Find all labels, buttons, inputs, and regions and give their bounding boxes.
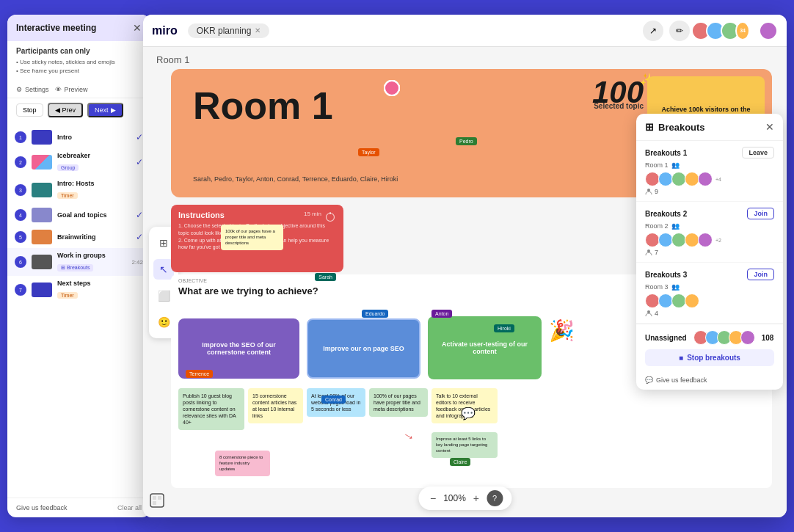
breakouts-title: ⊞ Breakouts	[645, 121, 705, 133]
cursor-claire: Claire	[450, 458, 470, 466]
room-avatar	[645, 172, 660, 186]
agenda-check-icon: ✓	[136, 232, 143, 242]
settings-row: ⚙ Settings 👁 Preview	[7, 81, 150, 98]
agenda-name: Next steps	[57, 280, 143, 287]
pen-tool-button[interactable]: ✏	[669, 21, 690, 41]
agenda-name: Intro	[57, 134, 131, 141]
agenda-check-icon: ✓	[136, 132, 143, 142]
next-button[interactable]: Next ▶	[87, 103, 123, 117]
sticky-2: 15 cornerstone content articles has at l…	[248, 388, 303, 423]
room-label: Room 3 👥	[645, 283, 774, 291]
room-count: 9	[645, 188, 774, 195]
svg-point-7	[647, 249, 650, 252]
agenda-item-6[interactable]: 6 Work in groups ⊞ Breakouts 2:42	[7, 248, 150, 276]
sticky-1: Publish 10 guest blog posts linking to c…	[178, 388, 244, 430]
agenda-text-block: Work in groups ⊞ Breakouts	[57, 252, 126, 272]
active-tab[interactable]: OKR planning ✕	[188, 23, 270, 38]
room-avatar	[698, 233, 713, 247]
comment-icon[interactable]: 💬	[461, 407, 476, 420]
cursor-tool-button[interactable]: ↗	[643, 21, 663, 41]
room-avatar	[645, 233, 660, 247]
clear-link[interactable]: Clear all	[117, 504, 142, 511]
interactive-panel: Interactive meeting ✕ Participants can o…	[7, 15, 150, 517]
room-label: Room 1	[156, 54, 190, 65]
agenda-text-block: Intro: Hosts Timer	[57, 180, 143, 200]
agenda-name: Brainwriting	[57, 233, 131, 241]
panel-close-button[interactable]: ✕	[133, 22, 142, 34]
prev-icon: ◀	[55, 106, 60, 114]
agenda-text-block: Brainwriting	[57, 233, 131, 241]
cursor-pedro: Pedro	[456, 137, 477, 145]
stop-button[interactable]: Stop	[16, 103, 43, 117]
room-avatar	[671, 294, 686, 308]
room-avatars: +4	[645, 172, 774, 186]
agenda-item-2[interactable]: 2 Icebreaker Group ✓	[7, 148, 150, 176]
prev-button[interactable]: ◀ Prev	[48, 103, 84, 117]
agenda-num: 2	[15, 156, 26, 168]
room-avatars: +2	[645, 233, 774, 247]
header-avatar-5	[384, 80, 400, 96]
confetti-icon: 🎉	[549, 318, 575, 343]
preview-icon: 👁	[55, 86, 62, 93]
zoom-level: 100%	[443, 493, 466, 503]
pen-icon: ✏	[676, 26, 683, 36]
stop-breakouts-button[interactable]: ■ Stop breakouts	[645, 349, 774, 366]
room-count: 7	[645, 249, 774, 256]
feedback-icon: 💬	[645, 376, 653, 384]
current-user-avatar[interactable]	[759, 21, 778, 40]
agenda-num: 7	[15, 284, 26, 296]
preview-button[interactable]: 👁 Preview	[55, 86, 88, 93]
agenda-num: 4	[15, 209, 26, 221]
zoom-in-button[interactable]: +	[470, 492, 482, 504]
room-action-button[interactable]: Leave	[742, 147, 774, 158]
cursor-sarah: Sarah	[315, 273, 336, 281]
agenda-badge: ⊞ Breakouts	[57, 264, 93, 272]
cursor-eduardo: Eduardo	[362, 310, 388, 318]
agenda-num: 6	[15, 256, 26, 268]
settings-button[interactable]: ⚙ Settings	[16, 86, 49, 93]
help-button[interactable]: ?	[487, 490, 503, 506]
tab-close-icon[interactable]: ✕	[255, 26, 261, 34]
participants-icon: 👥	[671, 222, 680, 230]
breakouts-close-button[interactable]: ✕	[765, 121, 774, 133]
room-header: Breakouts 2 Join	[645, 208, 774, 219]
agenda-thumb	[32, 283, 52, 297]
frame-nav-icon[interactable]	[149, 492, 165, 511]
cursor-conrad: Conrad	[321, 396, 346, 404]
agenda-text-block: Next steps Timer	[57, 280, 143, 300]
feedback-link[interactable]: Give us feedback	[16, 504, 68, 511]
panel-title: Interactive meeting	[16, 23, 96, 33]
agenda-item-7[interactable]: 7 Next steps Timer	[7, 276, 150, 304]
agenda-item-1[interactable]: 1 Intro ✓	[7, 126, 150, 148]
breakout-rooms-list: Breakouts 1 Leave Room 1 👥 +4 9 Breakout…	[636, 141, 783, 324]
room-label: Room 2 👥	[645, 222, 774, 230]
avatar-extra: +2	[715, 238, 721, 243]
cursor-anton: Anton	[431, 310, 452, 318]
agenda-item-4[interactable]: 4 Goal and topics ✓	[7, 204, 150, 226]
avatar-extra: +4	[715, 177, 721, 182]
participants-label: Participants can only	[7, 41, 150, 58]
cursor-terrence: Terrence	[186, 370, 213, 378]
agenda-thumb	[32, 255, 52, 269]
topbar-icons: ↗ ✏ 34	[643, 21, 778, 41]
agenda-item-5[interactable]: 5 Brainwriting ✓	[7, 226, 150, 248]
svg-point-6	[647, 189, 650, 192]
agenda-check-icon: ✓	[136, 210, 143, 220]
instructions-time: 15 min	[304, 211, 321, 217]
room-name: Breakouts 3	[645, 271, 687, 279]
room-action-button[interactable]: Join	[747, 269, 774, 280]
room-avatar	[671, 172, 686, 186]
room-action-button[interactable]: Join	[747, 208, 774, 219]
breakouts-feedback-link[interactable]: 💬 Give us feedback	[636, 372, 783, 390]
collaborator-avatars: 34	[696, 21, 750, 40]
svg-rect-5	[153, 501, 156, 505]
agenda-text-block: Icebreaker Group	[57, 152, 131, 172]
app-logo: miro	[152, 24, 178, 37]
agenda-text-block: Intro	[57, 134, 131, 141]
agenda-thumb	[32, 130, 52, 145]
panel-footer: Give us feedback Clear all	[7, 498, 150, 517]
room-avatar	[671, 233, 686, 247]
zoom-out-button[interactable]: −	[427, 492, 439, 504]
agenda-item-3[interactable]: 3 Intro: Hosts Timer	[7, 176, 150, 204]
objective-title: What are we trying to achieve?	[178, 285, 318, 296]
